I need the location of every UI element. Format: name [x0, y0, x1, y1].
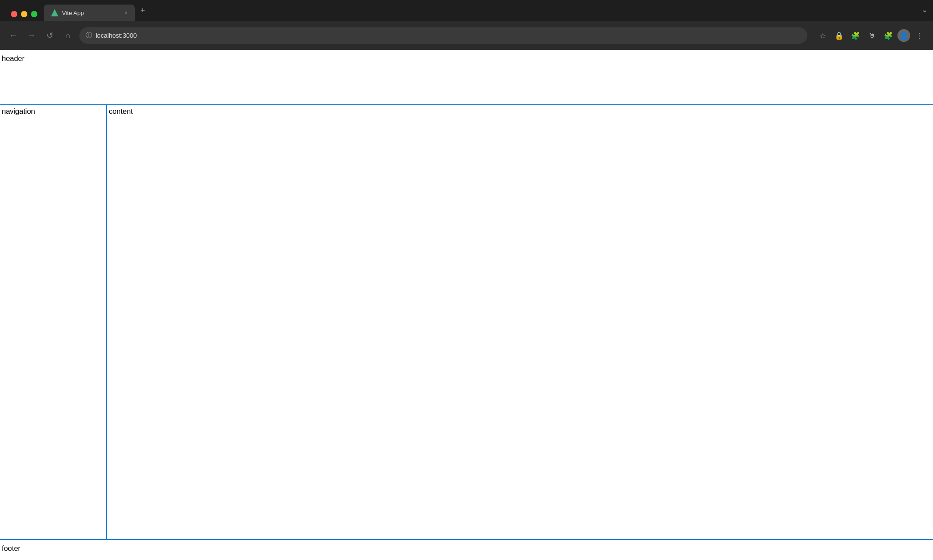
address-bar: ← → ↺ ⌂ ⓘ localhost:3000 ☆ 🔒 🧩 🖱 🧩 👤 ⋮: [0, 21, 933, 50]
tab-bar: Vite App × + ⌄: [0, 0, 933, 21]
page-navigation: navigation: [0, 105, 107, 539]
window-controls: [5, 11, 44, 21]
minimize-window-button[interactable]: [21, 11, 27, 17]
page-header: header: [0, 50, 933, 105]
active-tab[interactable]: Vite App ×: [44, 5, 135, 21]
close-window-button[interactable]: [11, 11, 17, 17]
puzzle-icon[interactable]: 🧩: [881, 28, 896, 43]
header-label: header: [2, 55, 25, 62]
extension-lock-icon: 🔒: [832, 28, 846, 43]
tab-dropdown-button[interactable]: ⌄: [922, 5, 928, 16]
bookmark-button[interactable]: ☆: [815, 28, 830, 43]
maximize-window-button[interactable]: [31, 11, 37, 17]
profile-avatar[interactable]: 👤: [897, 29, 910, 42]
navigation-label: navigation: [2, 107, 35, 115]
url-text: localhost:3000: [96, 32, 137, 39]
browser-chrome: Vite App × + ⌄ ← → ↺ ⌂ ⓘ localhost:3000 …: [0, 0, 933, 50]
toolbar-icons: ☆ 🔒 🧩 🖱 🧩 👤 ⋮: [815, 28, 927, 43]
extensions-icon[interactable]: 🧩: [848, 28, 863, 43]
vite-icon: [51, 9, 58, 16]
content-label: content: [109, 107, 133, 115]
page-main-content: content: [107, 105, 933, 539]
url-bar[interactable]: ⓘ localhost:3000: [79, 27, 807, 44]
back-button[interactable]: ←: [6, 29, 20, 42]
page-body: navigation content: [0, 105, 933, 540]
page-footer: footer: [0, 540, 933, 560]
page-content: header navigation content footer: [0, 50, 933, 560]
tab-close-button[interactable]: ×: [124, 10, 128, 16]
footer-label: footer: [2, 545, 21, 552]
url-info-icon: ⓘ: [86, 31, 92, 40]
home-button[interactable]: ⌂: [61, 29, 75, 42]
forward-button[interactable]: →: [25, 29, 38, 42]
tab-title: Vite App: [62, 10, 84, 16]
new-tab-button[interactable]: +: [135, 2, 151, 19]
menu-button[interactable]: ⋮: [912, 28, 927, 43]
reload-button[interactable]: ↺: [43, 29, 56, 42]
cursor-icon: 🖱: [865, 28, 879, 43]
